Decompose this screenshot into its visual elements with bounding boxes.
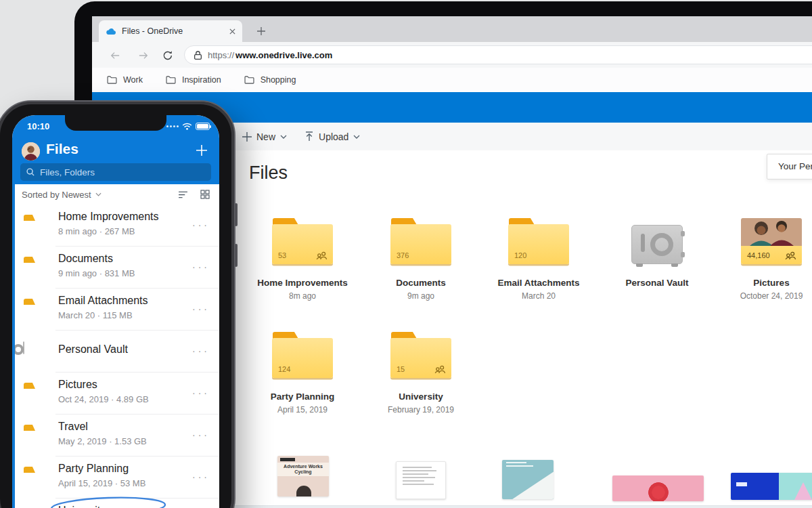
list-item-pictures[interactable]: Pictures Oct 24, 2019 · 4.89 GB ··· [12,373,219,415]
list-item-documents[interactable]: Documents 9 min ago · 831 MB ··· [12,247,219,289]
folder-tile-university[interactable]: 15 University February 19, 2019 [367,329,475,415]
browser-tab-files-onedrive[interactable]: Files - OneDrive [99,20,242,42]
url-host: www.onedrive.live.com [235,50,332,60]
item-meta: May 2, 2019 · 1.53 GB [58,436,147,446]
address-bar[interactable]: https:// www.onedrive.live.com [184,45,812,64]
lock-icon [194,51,202,60]
sort-label: Sorted by Newest [22,190,91,200]
more-options-icon[interactable]: ··· [192,429,210,440]
list-item-travel[interactable]: Travel May 2, 2019 · 1.53 GB ··· [12,415,219,457]
upload-label: Upload [319,131,348,142]
folder-tile-home-improvements[interactable]: 53 Home Improvements 8m ago [248,215,357,301]
folder-outline-icon [244,76,254,84]
more-options-icon[interactable]: ··· [192,471,210,482]
search-icon [26,168,35,176]
folder-icon: 53 [272,218,333,264]
folder-count: 376 [397,251,409,259]
folder-tile-party-planning[interactable]: 124 Party Planning April 15, 2019 [248,329,357,415]
file-thumbnail-presentation[interactable] [502,460,554,499]
list-item-email-attachments[interactable]: Email Attachments March 20 · 115 MB ··· [12,289,219,331]
cellular-signal-icon [166,125,179,127]
new-button[interactable]: New [242,131,287,142]
upload-button[interactable]: Upload [304,131,360,142]
folder-icon: 120 [508,218,569,264]
status-time: 10:10 [27,121,49,131]
folder-name: Personal Vault [625,278,688,288]
shared-people-icon [434,365,446,374]
forward-icon[interactable] [135,47,152,64]
back-icon[interactable] [107,47,123,64]
new-tab-button[interactable] [253,23,269,39]
add-button[interactable] [194,142,210,158]
folder-icon: 15 [390,332,451,378]
phone-search-bar[interactable]: Files, Folders [20,163,211,181]
browser-navbar: https:// www.onedrive.live.com [92,42,812,68]
account-avatar[interactable] [22,142,40,161]
folder-tile-documents[interactable]: 376 Documents 9m ago [367,215,475,301]
folder-tile-email-attachments[interactable]: 120 Email Attachments March 20 [484,215,593,301]
bookmark-shopping[interactable]: Shopping [244,75,296,85]
file-thumbnail-adventure-works-cycling[interactable]: Adventure Works Cycling [277,456,329,496]
item-name: Documents [58,253,113,265]
list-view-icon[interactable] [178,191,188,198]
more-options-icon[interactable]: ··· [192,261,210,272]
bookmark-label: Shopping [261,75,296,85]
volume-button [235,203,238,226]
more-options-icon[interactable]: ··· [192,219,210,230]
tab-close-icon[interactable] [229,28,235,35]
file-thumb-label: Adventure Works Cycling [277,463,329,476]
bookmark-inspiration[interactable]: Inspiration [166,75,221,85]
search-placeholder: Files, Folders [40,167,95,177]
shared-people-icon [784,251,796,260]
chevron-down-icon [353,135,360,139]
bookmark-label: Work [123,75,143,85]
item-name: Email Attachments [58,295,148,307]
folder-date: October 24, 2019 [740,291,803,301]
battery-icon [196,123,210,130]
folder-tile-pictures[interactable]: 44,160 Pictures October 24, 2019 [717,215,812,301]
shared-people-icon [315,251,328,260]
file-thumbnail-slide[interactable] [731,473,812,500]
bookmark-work[interactable]: Work [107,75,143,85]
folder-date: April 15, 2019 [277,405,328,415]
phone-file-list: Home Improvements 8 min ago · 267 MB ···… [12,205,219,508]
item-name: Pictures [58,379,97,391]
more-options-icon[interactable]: ··· [192,345,210,356]
folder-date: 9m ago [407,291,434,301]
refresh-icon[interactable] [160,47,176,64]
screenshot-stage: Files - OneDrive [0,0,812,508]
item-meta: March 20 · 115 MB [58,310,133,320]
list-item-party-planning[interactable]: Party Planning April 15, 2019 · 53 MB ··… [12,457,219,499]
list-item-personal-vault[interactable]: Personal Vault ··· [12,331,219,373]
annotation-ellipse [46,494,168,508]
photo-folder-icon: 44,160 [741,218,802,264]
folder-photo-thumbnail [741,218,802,249]
item-meta: 9 min ago · 831 MB [58,268,135,278]
folder-outline-icon [107,76,117,84]
folder-date: February 19, 2019 [388,405,454,415]
personal-vault-tooltip: Your Perso [767,154,812,179]
folder-count: 124 [278,365,290,373]
item-meta: Oct 24, 2019 · 4.89 GB [58,394,149,404]
item-name: Party Planning [58,463,129,475]
grid-view-icon[interactable] [200,190,210,199]
folder-icon: 376 [390,218,451,264]
upload-icon [304,131,314,142]
bookmark-label: Inspiration [182,75,221,85]
sort-dropdown[interactable]: Sorted by Newest [22,190,102,200]
phone-notch [65,115,166,131]
file-thumbnail-document[interactable] [396,461,446,499]
folder-count: 53 [278,251,286,259]
more-options-icon[interactable]: ··· [192,387,210,398]
list-item-home-improvements[interactable]: Home Improvements 8 min ago · 267 MB ··· [12,205,219,247]
personal-vault-tile[interactable]: Personal Vault [603,215,711,291]
folder-count: 44,160 [747,251,770,259]
item-meta: 8 min ago · 267 MB [58,226,135,236]
phone-frame: 10:10 Files Files, Folders [0,100,235,508]
browser-tabbar: Files - OneDrive [92,16,812,42]
folder-name: Pictures [753,278,789,288]
sort-row: Sorted by Newest [12,184,219,205]
item-meta: April 15, 2019 · 53 MB [58,478,145,488]
file-thumbnail-image[interactable] [612,475,704,501]
more-options-icon[interactable]: ··· [192,303,210,314]
